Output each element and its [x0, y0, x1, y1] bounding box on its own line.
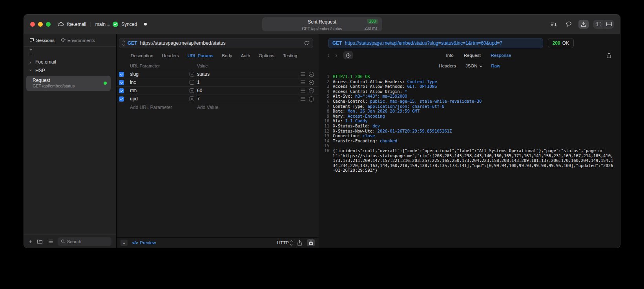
drag-handle-icon[interactable] — [301, 80, 305, 84]
environments-icon — [61, 38, 66, 42]
param-value[interactable]: 60 — [197, 88, 202, 93]
request-tab-auth[interactable]: Auth — [241, 53, 250, 58]
sidebar-tab-environments[interactable]: Environments — [61, 38, 95, 43]
drag-handle-icon[interactable] — [301, 89, 305, 93]
request-tab-url-params[interactable]: URL Params — [188, 53, 213, 58]
column-header-value: Value — [190, 64, 297, 68]
protocol-selector[interactable]: HTTP — [277, 240, 292, 245]
drag-handle-icon[interactable] — [301, 72, 305, 76]
param-name[interactable]: rtm — [130, 88, 190, 93]
history-back-icon[interactable]: ‹ — [326, 52, 331, 59]
code-icon: </> — [132, 241, 138, 245]
export-response-icon[interactable] — [604, 51, 614, 59]
response-tab-info[interactable]: Info — [446, 53, 454, 58]
response-subtab-raw[interactable]: Raw — [491, 64, 500, 68]
close-window-button[interactable] — [30, 22, 35, 27]
history-forward-icon[interactable]: › — [334, 52, 339, 59]
param-checkbox[interactable] — [119, 80, 124, 85]
resend-icon[interactable] — [304, 40, 309, 46]
layout-sidebar-icon[interactable] — [593, 20, 604, 29]
project-name[interactable]: foe.email — [67, 22, 86, 27]
request-panel: GET https://statuspage.me/api/embed/stat… — [117, 34, 319, 248]
url-bar[interactable]: GET https://statuspage.me/api/embed/stat… — [119, 38, 313, 48]
tree-group-hsp[interactable]: ›HSP — [24, 66, 116, 75]
layout-bottom-panel-icon[interactable] — [604, 20, 614, 29]
param-name[interactable]: inc — [130, 80, 190, 85]
response-request-url[interactable]: GEThttps://statuspage.me/api/embed/statu… — [328, 38, 543, 48]
request-tab-options[interactable]: Options — [259, 53, 274, 58]
request-url[interactable]: https://statuspage.me/api/embed/status — [140, 40, 226, 46]
request-item-title: Request — [33, 78, 104, 84]
search-placeholder: Search — [67, 239, 81, 244]
app-window: foe.email | main Synced Sent Request 200… — [24, 14, 620, 248]
response-subtab-json[interactable]: JSON — [465, 64, 482, 68]
add-request-button[interactable]: + — [29, 238, 32, 244]
request-tab-body[interactable]: Body — [222, 53, 232, 58]
minimize-window-button[interactable] — [38, 22, 43, 27]
request-tab-description[interactable]: Description — [131, 53, 153, 58]
column-header-name: URL Parameter — [130, 64, 190, 68]
cloud-icon — [58, 22, 64, 27]
import-response-icon[interactable] — [578, 20, 589, 29]
request-success-dot — [104, 82, 107, 85]
drag-handle-icon[interactable] — [301, 97, 305, 101]
branch-selector[interactable]: main — [95, 22, 109, 27]
add-session-button[interactable]: + — [29, 48, 116, 52]
param-value[interactable]: status — [197, 71, 210, 77]
method-dropdown-icon[interactable] — [123, 41, 125, 45]
request-tab-headers[interactable]: Headers — [162, 53, 179, 58]
lock-icon[interactable] — [307, 239, 315, 246]
param-row: slug = status — [117, 70, 319, 78]
request-tab-testing[interactable]: Testing — [283, 53, 297, 58]
add-param-value-placeholder[interactable]: Add Value — [190, 105, 297, 110]
remove-param-icon[interactable] — [309, 96, 314, 102]
titlebar-divider: | — [90, 22, 91, 27]
remove-param-icon[interactable] — [309, 80, 314, 85]
search-input[interactable]: Search — [58, 237, 111, 246]
param-value[interactable]: 7 — [197, 96, 200, 102]
param-value[interactable]: 1 — [197, 80, 200, 85]
expand-panel-icon[interactable]: ▲ — [120, 240, 128, 246]
response-panel: GEThttps://statuspage.me/api/embed/statu… — [319, 34, 620, 248]
param-checkbox[interactable] — [119, 88, 124, 93]
list-view-icon[interactable] — [47, 239, 53, 244]
response-tab-response[interactable]: Response — [491, 53, 511, 58]
response-method: GET — [332, 40, 342, 46]
request-item-subtitle: GET /api/embed/status — [33, 84, 104, 89]
status-code: 200 — [553, 40, 560, 46]
response-body[interactable]: 1HTTP/1.1 200 OK2Access-Control-Allow-He… — [319, 71, 620, 248]
new-folder-icon[interactable] — [37, 239, 43, 244]
sent-request-status[interactable]: Sent Request 200 GET /api/embed/status 2… — [262, 17, 382, 31]
tree-group-foe-email[interactable]: ›Foe.email — [24, 58, 116, 66]
titlebar: foe.email | main Synced Sent Request 200… — [24, 15, 620, 34]
value-type-icon[interactable]: = — [190, 96, 194, 101]
value-type-icon[interactable]: = — [190, 72, 194, 76]
request-method[interactable]: GET — [128, 40, 137, 46]
response-subtab-headers[interactable]: Headers — [439, 64, 456, 68]
lasso-icon[interactable] — [564, 20, 574, 29]
history-clock-icon[interactable] — [343, 51, 353, 59]
value-type-icon[interactable]: = — [190, 88, 194, 93]
add-param-name-placeholder[interactable]: Add URL Parameter — [130, 105, 190, 110]
remove-param-icon[interactable] — [309, 72, 314, 77]
param-checkbox[interactable] — [119, 72, 124, 77]
sort-icon[interactable] — [549, 20, 559, 29]
value-type-icon[interactable]: = — [190, 80, 194, 85]
sidebar-tab-sessions[interactable]: Sessions — [29, 38, 55, 43]
preview-button[interactable]: </> Preview — [132, 240, 156, 245]
drag-handle-icon[interactable]: – — [29, 52, 116, 56]
status-badge: 200 — [367, 19, 378, 24]
remove-param-icon[interactable] — [309, 88, 314, 93]
params-rows: slug = status inc = 1 rtm = 60 — [117, 70, 319, 103]
sessions-icon — [29, 38, 34, 42]
chevron-icon: › — [29, 60, 33, 65]
param-checkbox[interactable] — [119, 96, 124, 102]
sidebar-request-item[interactable]: Request GET /api/embed/status — [26, 76, 111, 91]
chevron-down-icon — [480, 64, 482, 67]
zoom-window-button[interactable] — [46, 22, 51, 27]
param-name[interactable]: slug — [130, 71, 190, 77]
response-tab-request[interactable]: Request — [464, 53, 481, 58]
add-param-row[interactable]: Add URL Parameter Add Value — [117, 103, 319, 112]
param-name[interactable]: upd — [130, 96, 190, 102]
share-icon[interactable] — [297, 240, 302, 246]
